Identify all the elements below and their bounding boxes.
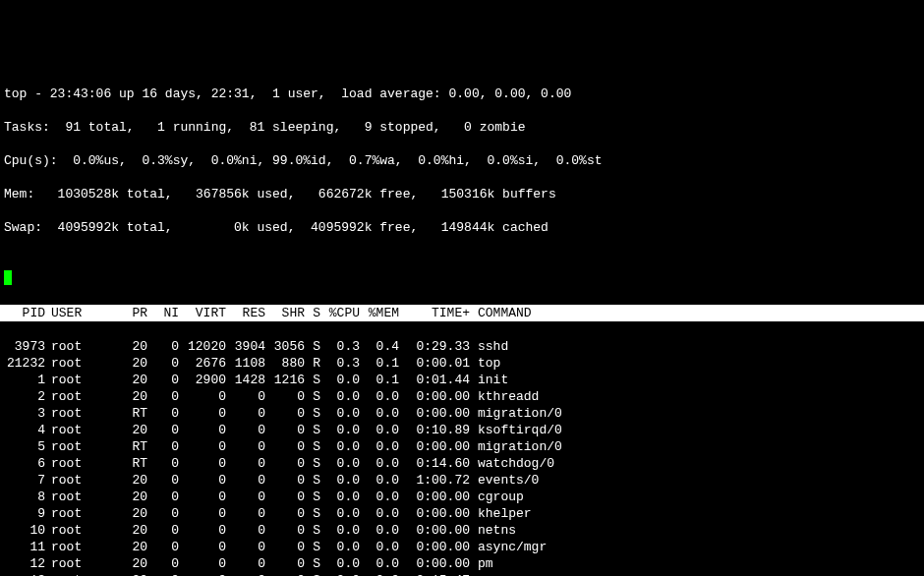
- cell-user: root: [45, 572, 116, 576]
- cell-ni: 0: [147, 405, 179, 422]
- cell-mem: 0.0: [360, 405, 399, 422]
- cell-time: 0:15.47: [399, 572, 470, 576]
- cell-time: 0:01.44: [399, 372, 470, 388]
- process-row: 5rootRT0000S0.00.00:00.00migration/0: [0, 438, 924, 455]
- cell-s: S: [305, 455, 320, 472]
- cell-cpu: 0.3: [320, 355, 360, 372]
- col-header-pr[interactable]: PR: [116, 305, 147, 321]
- cell-s: S: [305, 572, 320, 576]
- cell-shr: 0: [265, 539, 305, 555]
- cell-s: S: [305, 422, 320, 438]
- cell-pr: RT: [116, 455, 147, 472]
- cell-shr: 0: [265, 438, 305, 455]
- cell-pid: 4: [0, 422, 45, 438]
- cell-mem: 0.0: [360, 422, 399, 438]
- cell-cpu: 0.0: [320, 522, 360, 539]
- cell-time: 0:00.00: [399, 489, 470, 505]
- cell-cmd: async/mgr: [470, 539, 924, 555]
- cell-ni: 0: [147, 522, 179, 539]
- cell-cpu: 0.0: [320, 555, 360, 572]
- cell-cmd: kthreadd: [470, 388, 924, 405]
- col-header-ni[interactable]: NI: [147, 305, 179, 321]
- cell-mem: 0.1: [360, 355, 399, 372]
- cell-cmd: sync_supers: [470, 572, 924, 576]
- col-header-pid[interactable]: PID: [0, 305, 45, 321]
- cell-cmd: migration/0: [470, 438, 924, 455]
- cell-pid: 9: [0, 505, 45, 522]
- cell-time: 0:00.00: [399, 388, 470, 405]
- cell-pr: 20: [116, 372, 147, 388]
- col-header-user[interactable]: USER: [45, 305, 116, 321]
- cell-res: 3904: [226, 338, 265, 355]
- col-header-s[interactable]: S: [305, 305, 320, 321]
- tasks-line: Tasks: 91 total, 1 running, 81 sleeping,…: [4, 119, 924, 136]
- col-header-time[interactable]: TIME+: [399, 305, 470, 321]
- cell-time: 0:00.01: [399, 355, 470, 372]
- cell-pr: RT: [116, 405, 147, 422]
- process-row: 13root200000S0.00.00:15.47sync_supers: [0, 572, 924, 576]
- cell-cpu: 0.0: [320, 505, 360, 522]
- cell-mem: 0.1: [360, 372, 399, 388]
- cell-virt: 0: [179, 522, 226, 539]
- cell-mem: 0.4: [360, 338, 399, 355]
- process-row: 4root200000S0.00.00:10.89ksoftirqd/0: [0, 422, 924, 438]
- cell-s: R: [305, 355, 320, 372]
- cell-res: 0: [226, 472, 265, 489]
- col-header-virt[interactable]: VIRT: [179, 305, 226, 321]
- cell-cmd: cgroup: [470, 489, 924, 505]
- cell-res: 0: [226, 572, 265, 576]
- cell-pr: 20: [116, 355, 147, 372]
- cell-mem: 0.0: [360, 539, 399, 555]
- process-row: 3973root2001202039043056S0.30.40:29.33ss…: [0, 338, 924, 355]
- cell-cmd: top: [470, 355, 924, 372]
- cell-user: root: [45, 505, 116, 522]
- process-row: 9root200000S0.00.00:00.00khelper: [0, 505, 924, 522]
- summary-block: top - 23:43:06 up 16 days, 22:31, 1 user…: [0, 69, 924, 253]
- cell-shr: 0: [265, 388, 305, 405]
- cell-res: 1108: [226, 355, 265, 372]
- cell-mem: 0.0: [360, 388, 399, 405]
- cell-mem: 0.0: [360, 505, 399, 522]
- cell-virt: 2900: [179, 372, 226, 388]
- cell-s: S: [305, 522, 320, 539]
- col-header-res[interactable]: RES: [226, 305, 265, 321]
- cell-virt: 12020: [179, 338, 226, 355]
- col-header-mem[interactable]: %MEM: [360, 305, 399, 321]
- column-header-row[interactable]: PID USER PR NI VIRT RES SHR S %CPU %MEM …: [0, 305, 924, 321]
- cell-shr: 0: [265, 505, 305, 522]
- process-row: 6rootRT0000S0.00.00:14.60watchdog/0: [0, 455, 924, 472]
- cell-ni: 0: [147, 388, 179, 405]
- cell-cpu: 0.0: [320, 388, 360, 405]
- cell-shr: 0: [265, 455, 305, 472]
- cell-virt: 0: [179, 422, 226, 438]
- cell-user: root: [45, 422, 116, 438]
- cell-virt: 0: [179, 405, 226, 422]
- cell-virt: 2676: [179, 355, 226, 372]
- cell-s: S: [305, 338, 320, 355]
- cell-cmd: pm: [470, 555, 924, 572]
- cell-ni: 0: [147, 472, 179, 489]
- cell-time: 1:00.72: [399, 472, 470, 489]
- cell-cpu: 0.0: [320, 539, 360, 555]
- cell-virt: 0: [179, 489, 226, 505]
- cell-pr: 20: [116, 505, 147, 522]
- col-header-shr[interactable]: SHR: [265, 305, 305, 321]
- cell-virt: 0: [179, 572, 226, 576]
- cell-pid: 12: [0, 555, 45, 572]
- cell-pr: 20: [116, 555, 147, 572]
- cell-user: root: [45, 489, 116, 505]
- cell-pid: 21232: [0, 355, 45, 372]
- col-header-cpu[interactable]: %CPU: [320, 305, 360, 321]
- cell-user: root: [45, 555, 116, 572]
- cell-cpu: 0.3: [320, 338, 360, 355]
- cpu-line: Cpu(s): 0.0%us, 0.3%sy, 0.0%ni, 99.0%id,…: [4, 152, 924, 169]
- cell-user: root: [45, 455, 116, 472]
- col-header-cmd[interactable]: COMMAND: [470, 305, 924, 321]
- cell-virt: 0: [179, 555, 226, 572]
- cell-pid: 10: [0, 522, 45, 539]
- cell-pid: 2: [0, 388, 45, 405]
- cell-s: S: [305, 555, 320, 572]
- cell-shr: 3056: [265, 338, 305, 355]
- cell-virt: 0: [179, 539, 226, 555]
- cell-res: 0: [226, 422, 265, 438]
